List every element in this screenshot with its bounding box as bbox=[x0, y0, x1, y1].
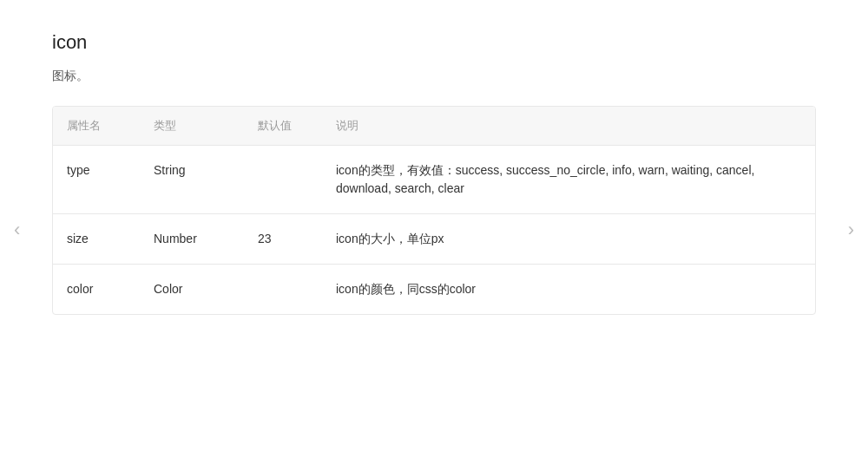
cell-default bbox=[244, 264, 322, 314]
header-type: 类型 bbox=[140, 107, 244, 145]
cell-description: icon的大小，单位px bbox=[322, 213, 815, 264]
table-header-row: 属性名 类型 默认值 说明 bbox=[53, 107, 815, 145]
cell-type: String bbox=[140, 145, 244, 213]
header-description: 说明 bbox=[322, 107, 815, 145]
cell-default: 23 bbox=[244, 213, 322, 264]
cell-property: color bbox=[53, 264, 140, 314]
cell-property: type bbox=[53, 145, 140, 213]
cell-description: icon的颜色，同css的color bbox=[322, 264, 815, 314]
page-title: icon bbox=[52, 28, 816, 56]
cell-type: Number bbox=[140, 213, 244, 264]
cell-default bbox=[244, 145, 322, 213]
properties-table: 属性名 类型 默认值 说明 typeStringicon的类型，有效值：succ… bbox=[52, 106, 816, 315]
page-subtitle: 图标。 bbox=[52, 67, 816, 85]
table-row: colorColoricon的颜色，同css的color bbox=[53, 264, 815, 314]
cell-type: Color bbox=[140, 264, 244, 314]
cell-property: size bbox=[53, 213, 140, 264]
page-wrapper: ‹ › icon 图标。 属性名 类型 默认值 说明 typeStringico… bbox=[0, 0, 868, 458]
nav-arrow-left-icon[interactable]: ‹ bbox=[7, 208, 27, 251]
table-row: sizeNumber23icon的大小，单位px bbox=[53, 213, 815, 264]
nav-arrow-right-icon[interactable]: › bbox=[841, 208, 861, 251]
header-property: 属性名 bbox=[53, 107, 140, 145]
header-default: 默认值 bbox=[244, 107, 322, 145]
cell-description: icon的类型，有效值：success, success_no_circle, … bbox=[322, 145, 815, 213]
table: 属性名 类型 默认值 说明 typeStringicon的类型，有效值：succ… bbox=[53, 107, 815, 314]
table-row: typeStringicon的类型，有效值：success, success_n… bbox=[53, 145, 815, 213]
